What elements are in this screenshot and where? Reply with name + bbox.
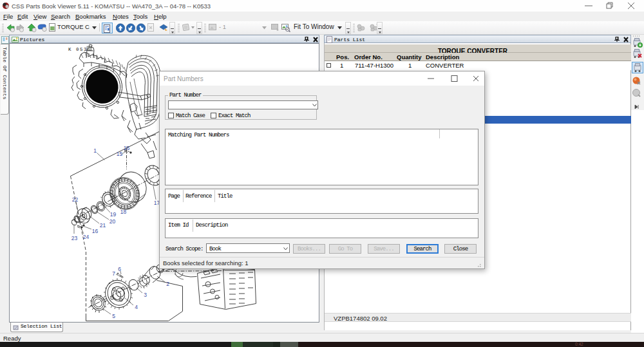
svg-text:15: 15 bbox=[116, 150, 122, 156]
svg-text:16: 16 bbox=[123, 144, 129, 151]
svg-text:7: 7 bbox=[112, 270, 115, 276]
svg-text:2: 2 bbox=[166, 280, 169, 286]
svg-text:21: 21 bbox=[99, 221, 106, 228]
svg-text:16: 16 bbox=[91, 227, 98, 234]
svg-text:4: 4 bbox=[135, 303, 138, 310]
svg-text:24: 24 bbox=[82, 233, 89, 239]
svg-text:18: 18 bbox=[120, 208, 126, 214]
svg-text:22: 22 bbox=[71, 196, 78, 202]
svg-text:3: 3 bbox=[144, 291, 147, 297]
svg-text:6: 6 bbox=[118, 265, 121, 272]
svg-text:23: 23 bbox=[71, 234, 77, 241]
svg-text:5: 5 bbox=[112, 312, 115, 319]
svg-text:19: 19 bbox=[109, 211, 116, 217]
svg-text:20: 20 bbox=[109, 218, 115, 224]
svg-text:1: 1 bbox=[93, 147, 97, 153]
